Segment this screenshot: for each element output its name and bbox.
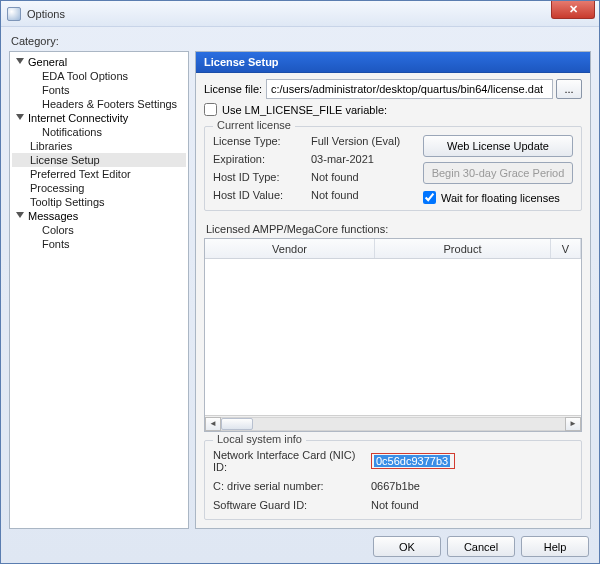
browse-button[interactable]: ... (556, 79, 582, 99)
nic-value-box: 0c56dc9377b3 (371, 453, 455, 469)
wait-floating-label: Wait for floating licenses (441, 192, 560, 204)
web-license-update-button[interactable]: Web License Update (423, 135, 573, 157)
tree-group-internet[interactable]: Internet Connectivity (12, 111, 186, 125)
label-expiration: Expiration: (213, 153, 303, 165)
ellipsis-icon: ... (564, 83, 573, 95)
tree-item-headers-footers[interactable]: Headers & Footers Settings (12, 97, 186, 111)
col-v[interactable]: V (551, 239, 581, 258)
chevron-down-icon (16, 212, 24, 220)
current-license-group: Current license License Type: Expiration… (204, 126, 582, 211)
label-hostid-type: Host ID Type: (213, 171, 303, 183)
sg-label: Software Guard ID: (213, 499, 371, 511)
use-env-label: Use LM_LICENSE_FILE variable: (222, 104, 387, 116)
tree-label: Internet Connectivity (28, 112, 128, 124)
scroll-right-button[interactable]: ► (565, 417, 581, 431)
tree-item-preferred-text-editor[interactable]: Preferred Text Editor (12, 167, 186, 181)
section-header: License Setup (196, 52, 590, 73)
value-license-type: Full Version (Eval) (311, 135, 415, 147)
tree-item-license-setup[interactable]: License Setup (12, 153, 186, 167)
value-expiration: 03-mar-2021 (311, 153, 415, 165)
cdrive-label: C: drive serial number: (213, 480, 371, 492)
tree-group-general[interactable]: General (12, 55, 186, 69)
value-hostid-value: Not found (311, 189, 415, 201)
tree-item-tooltip-settings[interactable]: Tooltip Settings (12, 195, 186, 209)
tree-label: Messages (28, 210, 78, 222)
options-window: Options ✕ Category: General EDA Tool Opt… (0, 0, 600, 564)
tree-item-msg-fonts[interactable]: Fonts (12, 237, 186, 251)
licensed-functions-table[interactable]: Vendor Product V ◄ ► (204, 238, 582, 432)
licensed-functions-label: Licensed AMPP/MegaCore functions: (206, 223, 582, 235)
tree-item-eda-tool-options[interactable]: EDA Tool Options (12, 69, 186, 83)
tree-group-messages[interactable]: Messages (12, 209, 186, 223)
help-button[interactable]: Help (521, 536, 589, 557)
local-system-info-group: Local system info Network Interface Card… (204, 440, 582, 520)
scroll-track[interactable] (221, 417, 565, 431)
svg-marker-0 (16, 58, 24, 64)
license-file-input[interactable] (266, 79, 553, 99)
tree-item-libraries[interactable]: Libraries (12, 139, 186, 153)
col-vendor[interactable]: Vendor (205, 239, 375, 258)
sysinfo-legend: Local system info (213, 433, 306, 445)
dialog-footer: OK Cancel Help (373, 536, 589, 557)
tree-label: General (28, 56, 67, 68)
use-env-checkbox[interactable] (204, 103, 217, 116)
category-tree[interactable]: General EDA Tool Options Fonts Headers &… (9, 51, 189, 529)
tree-item-fonts[interactable]: Fonts (12, 83, 186, 97)
horizontal-scrollbar[interactable]: ◄ ► (205, 415, 581, 431)
category-label: Category: (11, 35, 591, 47)
close-button[interactable]: ✕ (551, 1, 595, 19)
titlebar[interactable]: Options ✕ (1, 1, 599, 27)
label-hostid-value: Host ID Value: (213, 189, 303, 201)
app-icon (7, 7, 21, 21)
ok-button[interactable]: OK (373, 536, 441, 557)
svg-marker-1 (16, 114, 24, 120)
table-header: Vendor Product V (205, 239, 581, 259)
sg-value: Not found (371, 499, 419, 511)
svg-marker-2 (16, 212, 24, 218)
wait-floating-checkbox[interactable] (423, 191, 436, 204)
tree-item-colors[interactable]: Colors (12, 223, 186, 237)
tree-item-notifications[interactable]: Notifications (12, 125, 186, 139)
value-hostid-type: Not found (311, 171, 415, 183)
tree-item-processing[interactable]: Processing (12, 181, 186, 195)
scroll-thumb[interactable] (221, 418, 253, 430)
grace-period-button: Begin 30-day Grace Period (423, 162, 573, 184)
nic-label: Network Interface Card (NIC) ID: (213, 449, 371, 473)
chevron-down-icon (16, 114, 24, 122)
license-file-label: License file: (204, 83, 266, 95)
settings-panel: License Setup License file: ... Use LM_L… (195, 51, 591, 529)
window-title: Options (27, 8, 65, 20)
col-product[interactable]: Product (375, 239, 551, 258)
nic-value[interactable]: 0c56dc9377b3 (374, 455, 450, 467)
current-license-legend: Current license (213, 119, 295, 131)
cdrive-value: 0667b1be (371, 480, 420, 492)
close-icon: ✕ (569, 3, 578, 16)
cancel-button[interactable]: Cancel (447, 536, 515, 557)
chevron-down-icon (16, 58, 24, 66)
scroll-left-button[interactable]: ◄ (205, 417, 221, 431)
table-body (205, 259, 581, 415)
label-license-type: License Type: (213, 135, 303, 147)
